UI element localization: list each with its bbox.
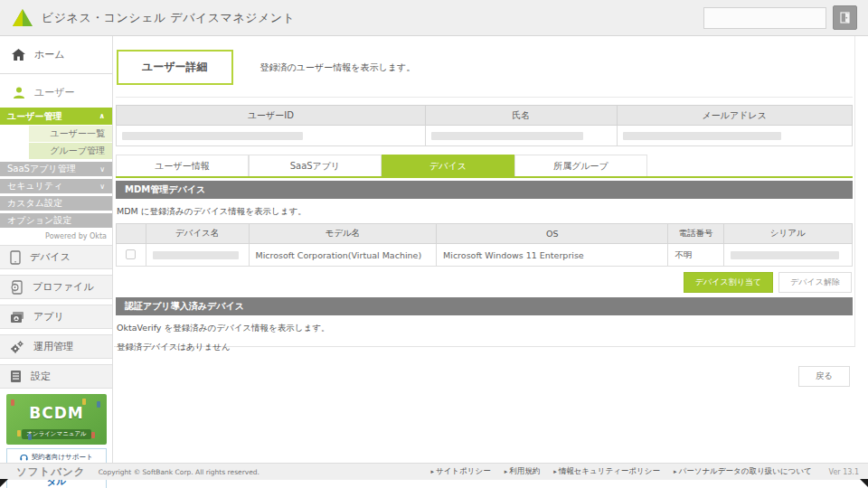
bcdm-banner-title: BCDM xyxy=(6,404,107,422)
sidebar-item-custom-settings[interactable]: カスタム設定 xyxy=(0,196,112,211)
terms-label: 利用規約 xyxy=(509,466,540,477)
security-label: セキュリティ xyxy=(7,180,62,192)
user-name-redacted xyxy=(431,132,583,140)
tab-user-info[interactable]: ユーザー情報 xyxy=(116,155,249,176)
sidebar-user-label: ユーザー xyxy=(34,86,75,99)
user-summary-row xyxy=(117,126,853,146)
account-input[interactable] xyxy=(703,7,826,29)
chevron-down-icon: ∨ xyxy=(99,183,105,191)
back-button[interactable]: 戻る xyxy=(798,366,850,387)
page-description: 登録済のユーザー情報を表示します。 xyxy=(260,61,416,74)
sidebar-item-security[interactable]: セキュリティ ∨ xyxy=(0,179,112,193)
sidebar-item-settings[interactable]: 設定 xyxy=(0,364,112,389)
device-serial-cell xyxy=(723,244,852,267)
sidebar-item-saas-mgmt[interactable]: SaaSアプリ管理 ∨ xyxy=(0,162,112,176)
link-bullet-icon: ▸ xyxy=(430,468,434,475)
footer-links: ▸ サイトポリシー ▸ 利用規約 ▸ 情報セキュリティーポリシー ▸ パーソナル… xyxy=(430,466,868,477)
sidebar-item-home[interactable]: ホーム xyxy=(0,36,112,74)
link-bullet-icon: ▸ xyxy=(553,468,557,475)
softbank-logo: ソフトバンク xyxy=(16,465,86,479)
settings-icon xyxy=(10,370,22,383)
saas-mgmt-label: SaaSアプリ管理 xyxy=(7,163,76,175)
main-content: ユーザー詳細 登録済のユーザー情報を表示します。 ユーザーID 氏名 メールアド… xyxy=(114,36,855,347)
version-text: Ver 13.1 xyxy=(829,468,859,476)
release-device-button[interactable]: デバイス解除 xyxy=(778,272,852,293)
footer-link-security-policy[interactable]: ▸ 情報セキュリティーポリシー xyxy=(553,466,660,477)
sidebar-item-option-settings[interactable]: オプション設定 xyxy=(0,213,112,228)
sidebar-item-device[interactable]: デバイス xyxy=(0,245,112,269)
sidebar-item-apps[interactable]: アプリ xyxy=(0,305,112,329)
powered-by-okta: Powered by Okta xyxy=(0,228,112,245)
detail-tabs: ユーザー情報 SaaSアプリ デバイス 所属グループ xyxy=(116,155,853,178)
group-mgmt-label: グループ管理 xyxy=(50,145,105,157)
auth-app-empty-message: 登録済デバイスはありません xyxy=(116,340,853,359)
page-header: ユーザー詳細 登録済のユーザー情報を表示します。 xyxy=(116,36,853,98)
security-policy-label: 情報セキュリティーポリシー xyxy=(559,466,660,477)
profile-label: プロファイル xyxy=(33,280,94,294)
user-name-cell xyxy=(425,126,617,146)
tab-saas-apps[interactable]: SaaSアプリ xyxy=(249,155,382,176)
device-table-row: Microsoft Corporation(Virtual Machine) M… xyxy=(117,244,853,267)
page-curl-right xyxy=(860,479,868,487)
device-label: デバイス xyxy=(30,250,71,264)
settings-label: 設定 xyxy=(31,370,51,383)
custom-settings-label: カスタム設定 xyxy=(7,197,62,210)
device-model-cell: Microsoft Corporation(Virtual Machine) xyxy=(249,244,437,267)
operations-label: 運用管理 xyxy=(33,340,73,353)
logout-door-icon xyxy=(838,11,852,24)
auth-app-section-description: OktaVerify を登録済みのデバイス情報を表示します。 xyxy=(116,315,853,340)
device-icon xyxy=(10,250,21,265)
apps-icon xyxy=(10,311,24,324)
mdm-section-description: MDM に登録済みのデバイス情報を表示します。 xyxy=(116,199,853,223)
user-list-label: ユーザー一覧 xyxy=(51,127,105,140)
assign-device-button[interactable]: デバイス割り当て xyxy=(684,272,773,293)
col-header-name: 氏名 xyxy=(425,106,617,126)
chevron-up-icon: ∧ xyxy=(99,112,106,120)
footer-link-site-policy[interactable]: ▸ サイトポリシー xyxy=(430,466,490,477)
logout-button[interactable] xyxy=(833,5,857,30)
home-icon xyxy=(12,49,25,61)
sidebar-item-user[interactable]: ユーザー xyxy=(0,74,112,108)
sidebar-item-group-mgmt[interactable]: グループ管理 xyxy=(29,143,112,159)
device-row-checkbox[interactable] xyxy=(126,249,136,259)
page-footer: ソフトバンク Copyright © SoftBank Corp. All ri… xyxy=(0,463,868,480)
sidebar-item-user-mgmt[interactable]: ユーザー管理 ∧ xyxy=(0,108,112,125)
user-id-redacted xyxy=(122,132,303,140)
option-settings-label: オプション設定 xyxy=(7,214,71,227)
chevron-down-icon: ∨ xyxy=(99,165,105,174)
footer-link-personal-data[interactable]: ▸ パーソナルデータの取り扱いについて xyxy=(674,466,812,477)
user-mgmt-label: ユーザー管理 xyxy=(7,110,61,123)
col-header-select xyxy=(117,224,146,244)
user-icon xyxy=(13,87,25,99)
page-title: ユーザー詳細 xyxy=(117,50,233,85)
copyright-text: Copyright © SoftBank Corp. All rights re… xyxy=(99,468,259,476)
mdm-section-header: MDM管理デバイス xyxy=(116,181,853,199)
app-logo-icon xyxy=(13,9,33,26)
app-title: ビジネス・コンシェル デバイスマネジメント xyxy=(42,10,295,26)
col-header-model: モデル名 xyxy=(249,224,437,244)
footer-link-terms[interactable]: ▸ 利用規約 xyxy=(505,466,541,477)
link-bullet-icon: ▸ xyxy=(505,468,508,475)
bcdm-banner-subtitle: オンラインマニュアル xyxy=(22,429,91,439)
sidebar-item-operations[interactable]: 運用管理 xyxy=(0,334,112,359)
tab-groups[interactable]: 所属グループ xyxy=(514,155,647,176)
col-header-os: OS xyxy=(437,224,668,244)
support-line1: 契約者向けサポート xyxy=(31,453,92,462)
sidebar-item-user-list[interactable]: ユーザー一覧 xyxy=(29,126,112,142)
user-email-cell xyxy=(617,126,853,146)
back-row: 戻る xyxy=(116,359,853,387)
col-header-phone: 電話番号 xyxy=(668,224,723,244)
device-select-cell xyxy=(117,244,146,267)
device-name-cell xyxy=(146,244,249,267)
site-policy-label: サイトポリシー xyxy=(436,466,491,477)
sidebar-item-profile[interactable]: プロファイル xyxy=(0,275,112,299)
tab-devices[interactable]: デバイス xyxy=(382,155,514,176)
bcdm-manual-banner[interactable]: BCDM オンラインマニュアル xyxy=(6,394,107,445)
col-header-email: メールアドレス xyxy=(617,106,853,126)
page-curl-left xyxy=(0,479,8,487)
user-email-redacted xyxy=(623,132,781,140)
device-actions: デバイス割り当て デバイス解除 xyxy=(116,267,853,297)
device-phone-cell: 不明 xyxy=(668,244,723,267)
col-header-device-name: デバイス名 xyxy=(146,224,249,244)
headset-icon xyxy=(20,454,28,462)
